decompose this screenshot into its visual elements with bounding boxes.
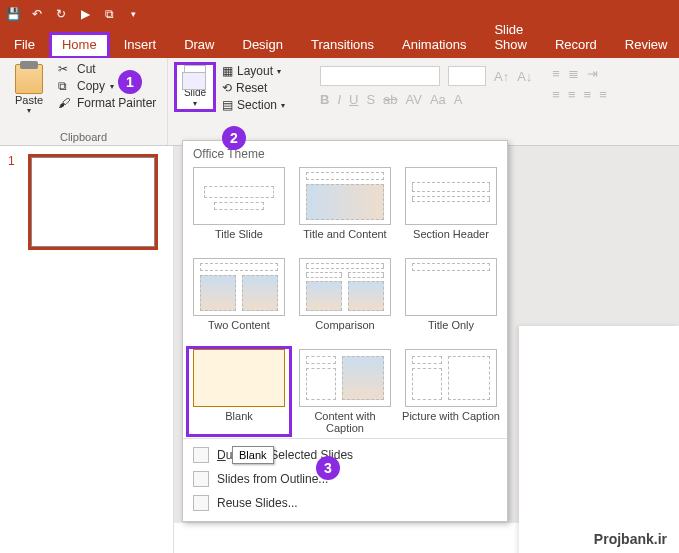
italic-button[interactable]: I bbox=[337, 92, 341, 107]
shadow-button[interactable]: S bbox=[366, 92, 375, 107]
section-icon: ▤ bbox=[222, 98, 233, 112]
new-slide-button[interactable]: New Slide▾ bbox=[174, 62, 216, 112]
justify-icon[interactable]: ≡ bbox=[599, 87, 607, 102]
layout-gallery: Title Slide Title and Content Section He… bbox=[183, 163, 507, 434]
font-size-select[interactable] bbox=[448, 66, 486, 86]
reuse-slides-item[interactable]: Reuse Slides... bbox=[183, 491, 507, 515]
paste-icon bbox=[15, 64, 43, 94]
section-button[interactable]: ▤Section▾ bbox=[222, 98, 285, 112]
outline-icon bbox=[193, 471, 209, 487]
spacing-button[interactable]: AV bbox=[406, 92, 422, 107]
tab-animations[interactable]: Animations bbox=[388, 31, 480, 58]
quick-access-toolbar: 💾 ↶ ↻ ▶ ⧉ ▾ bbox=[0, 0, 679, 28]
slide-panel: 1 bbox=[0, 146, 174, 553]
chevron-down-icon: ▾ bbox=[27, 106, 31, 115]
redo-icon[interactable]: ↻ bbox=[54, 7, 68, 21]
layout-blank[interactable]: Blank bbox=[189, 349, 289, 434]
font-group: A↑ A↓ B I U S ab AV Aa A bbox=[310, 58, 542, 145]
numbering-icon[interactable]: ≣ bbox=[568, 66, 579, 81]
slideshow-icon[interactable]: ▶ bbox=[78, 7, 92, 21]
clipboard-group: Paste ▾ ✂Cut ⧉Copy▾ 🖌Format Painter Clip… bbox=[0, 58, 168, 145]
bold-button[interactable]: B bbox=[320, 92, 329, 107]
strike-button[interactable]: ab bbox=[383, 92, 397, 107]
ribbon-tabs: File Home Insert Draw Design Transitions… bbox=[0, 28, 679, 58]
undo-icon[interactable]: ↶ bbox=[30, 7, 44, 21]
ribbon: Paste ▾ ✂Cut ⧉Copy▾ 🖌Format Painter Clip… bbox=[0, 58, 679, 146]
copy-icon: ⧉ bbox=[58, 79, 72, 93]
align-left-icon[interactable]: ≡ bbox=[552, 87, 560, 102]
slide-thumbnail-1[interactable] bbox=[28, 154, 158, 250]
slides-from-outline-item[interactable]: Slides from Outline... bbox=[183, 467, 507, 491]
layout-comparison[interactable]: Comparison bbox=[295, 258, 395, 343]
align-right-icon[interactable]: ≡ bbox=[584, 87, 592, 102]
watermark: Projbank.ir bbox=[594, 531, 667, 547]
tab-slideshow[interactable]: Slide Show bbox=[480, 16, 541, 58]
reset-icon: ⟲ bbox=[222, 81, 232, 95]
new-slide-icon bbox=[184, 65, 206, 74]
paste-button[interactable]: Paste ▾ bbox=[6, 62, 52, 115]
duplicate-icon bbox=[193, 447, 209, 463]
font-color-button[interactable]: A bbox=[454, 92, 463, 107]
align-center-icon[interactable]: ≡ bbox=[568, 87, 576, 102]
chevron-down-icon[interactable]: ▾ bbox=[126, 7, 140, 21]
tab-insert[interactable]: Insert bbox=[110, 31, 171, 58]
save-icon[interactable]: 💾 bbox=[6, 7, 20, 21]
layout-title-only[interactable]: Title Only bbox=[401, 258, 501, 343]
tooltip: Blank bbox=[232, 446, 274, 464]
tab-transitions[interactable]: Transitions bbox=[297, 31, 388, 58]
paste-label: Paste bbox=[15, 94, 43, 106]
window-icon[interactable]: ⧉ bbox=[102, 7, 116, 21]
current-slide[interactable] bbox=[519, 326, 679, 553]
callout-badge-3: 3 bbox=[316, 456, 340, 480]
layout-button[interactable]: ▦Layout▾ bbox=[222, 64, 285, 78]
tab-file[interactable]: File bbox=[0, 31, 49, 58]
clipboard-group-label: Clipboard bbox=[6, 131, 161, 143]
format-painter-button[interactable]: 🖌Format Painter bbox=[58, 96, 156, 110]
tab-design[interactable]: Design bbox=[229, 31, 297, 58]
shrink-font-icon[interactable]: A↓ bbox=[517, 69, 532, 84]
tab-review[interactable]: Review bbox=[611, 31, 679, 58]
layout-two-content[interactable]: Two Content bbox=[189, 258, 289, 343]
scissors-icon: ✂ bbox=[58, 62, 72, 76]
reuse-icon bbox=[193, 495, 209, 511]
layout-icon: ▦ bbox=[222, 64, 233, 78]
bullets-icon[interactable]: ≡ bbox=[552, 66, 560, 81]
layout-title-slide[interactable]: Title Slide bbox=[189, 167, 289, 252]
tab-home[interactable]: Home bbox=[49, 32, 110, 59]
grow-font-icon[interactable]: A↑ bbox=[494, 69, 509, 84]
cut-button[interactable]: ✂Cut bbox=[58, 62, 156, 76]
tab-draw[interactable]: Draw bbox=[170, 31, 228, 58]
font-family-select[interactable] bbox=[320, 66, 440, 86]
callout-badge-1: 1 bbox=[118, 70, 142, 94]
callout-badge-2: 2 bbox=[222, 126, 246, 150]
underline-button[interactable]: U bbox=[349, 92, 358, 107]
layout-section-header[interactable]: Section Header bbox=[401, 167, 501, 252]
tab-record[interactable]: Record bbox=[541, 31, 611, 58]
new-slide-dropdown: Office Theme Title Slide Title and Conte… bbox=[182, 140, 508, 522]
layout-content-caption[interactable]: Content with Caption bbox=[295, 349, 395, 434]
paragraph-group: ≡ ≣ ⇥ ≡ ≡ ≡ ≡ bbox=[542, 58, 616, 145]
case-button[interactable]: Aa bbox=[430, 92, 446, 107]
layout-picture-caption[interactable]: Picture with Caption bbox=[401, 349, 501, 434]
reset-button[interactable]: ⟲Reset bbox=[222, 81, 285, 95]
layout-title-content[interactable]: Title and Content bbox=[295, 167, 395, 252]
brush-icon: 🖌 bbox=[58, 96, 72, 110]
slide-number: 1 bbox=[8, 154, 15, 168]
indent-icon[interactable]: ⇥ bbox=[587, 66, 598, 81]
